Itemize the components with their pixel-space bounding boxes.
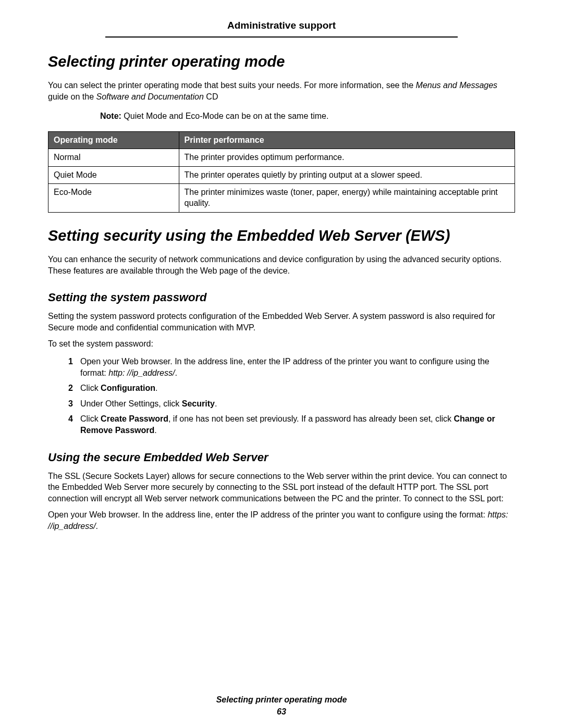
text: Open your Web browser. In the address li… [48,510,487,519]
security-intro: You can enhance the security of network … [48,254,515,276]
text: . [154,426,156,435]
ssl-p1: The SSL (Secure Sockets Layer) allows fo… [48,471,515,504]
table-header-performance: Printer performance [179,131,515,149]
table-header-row: Operating mode Printer performance [48,131,515,149]
text: Click [80,384,101,392]
text: Under Other Settings, click [80,399,182,408]
header-rule [105,36,458,38]
step-text: Open your Web browser. In the address li… [80,356,515,378]
step-number: 3 [48,398,80,410]
table-cell-perf: The printer provides optimum performance… [179,149,515,166]
text: . [175,368,177,377]
table-cell-perf: The printer minimizes waste (toner, pape… [179,184,515,213]
text-bold: Create Password [101,414,168,423]
text-bold: Security [182,399,215,408]
heading-secure-ews: Using the secure Embedded Web Server [48,451,515,464]
text: . [155,384,157,392]
step-text: Click Create Password, if one has not be… [80,413,515,436]
heading-selecting-mode: Selecting printer operating mode [48,53,515,70]
heading-system-password: Setting the system password [48,291,515,304]
footer-title: Selecting printer operating mode [0,694,563,706]
document-page: Administrative support Selecting printer… [0,0,563,728]
text: guide on the [48,92,96,101]
text: , if one has not been set previously. If… [168,414,454,423]
step-2: 2 Click Configuration. [48,382,515,394]
text-italic: http: //ip_address/ [108,368,175,377]
step-number: 2 [48,382,80,394]
text-bold: Configuration [101,384,155,392]
table-cell-perf: The printer operates quietly by printing… [179,166,515,184]
step-text: Under Other Settings, click Security. [80,398,515,410]
ssl-p2: Open your Web browser. In the address li… [48,509,515,532]
table-row: Quiet Mode The printer operates quietly … [48,166,515,184]
step-3: 3 Under Other Settings, click Security. [48,398,515,410]
step-1: 1 Open your Web browser. In the address … [48,356,515,378]
password-steps: 1 Open your Web browser. In the address … [48,356,515,436]
step-number: 4 [48,413,80,436]
note-text: Quiet Mode and Eco-Mode can be on at the… [121,112,329,120]
operating-mode-table: Operating mode Printer performance Norma… [48,131,515,213]
text-italic: Menus and Messages [416,81,498,90]
heading-setting-security: Setting security using the Embedded Web … [48,227,515,244]
page-footer: Selecting printer operating mode 63 [0,694,563,718]
text: You can select the printer operating mod… [48,81,416,90]
text: Click [80,414,101,423]
footer-page-number: 63 [0,706,563,718]
table-row: Normal The printer provides optimum perf… [48,149,515,166]
text-italic: Software and Documentation [96,92,204,101]
text: CD [204,92,218,101]
table-header-mode: Operating mode [48,131,179,149]
table-cell-mode: Quiet Mode [48,166,179,184]
step-text: Click Configuration. [80,382,515,394]
text: . [215,399,217,408]
step-number: 1 [48,356,80,378]
page-section-header: Administrative support [48,20,515,36]
intro-paragraph-1: You can select the printer operating mod… [48,80,515,102]
note-block: Note: Quiet Mode and Eco-Mode can be on … [100,110,515,122]
note-label: Note: [100,112,121,120]
step-4: 4 Click Create Password, if one has not … [48,413,515,436]
table-cell-mode: Eco-Mode [48,184,179,213]
table-cell-mode: Normal [48,149,179,166]
text: . [96,522,98,530]
table-row: Eco-Mode The printer minimizes waste (to… [48,184,515,213]
password-p2: To set the system password: [48,338,515,350]
password-p1: Setting the system password protects con… [48,311,515,333]
